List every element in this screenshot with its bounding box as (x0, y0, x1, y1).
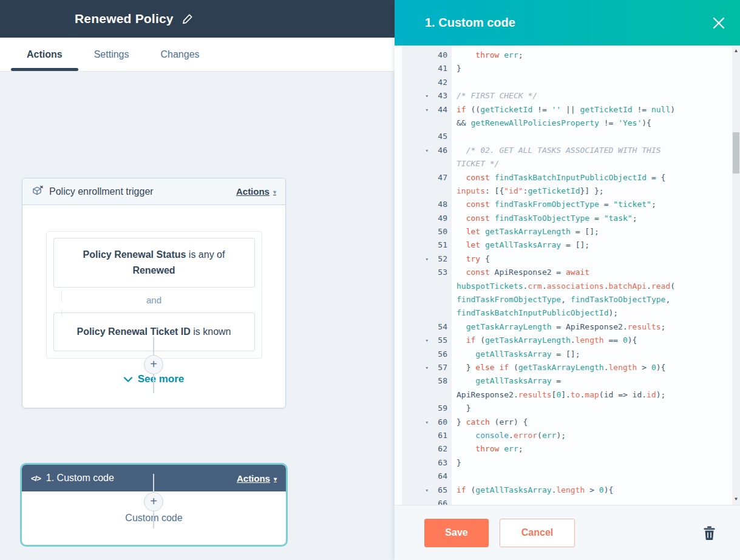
scroll-up-arrow[interactable]: ▲ (732, 47, 740, 55)
code-line[interactable]: 58 getAllTasksArray = (395, 374, 732, 388)
code-line[interactable]: 41} (395, 62, 732, 75)
code-text: } (452, 456, 732, 470)
line-number: 59 (429, 402, 452, 415)
code-line[interactable]: 49 const findTaskToObjectType = "task"; (395, 212, 732, 225)
fold-toggle-icon[interactable]: ▾ (395, 416, 429, 429)
code-text: } (452, 62, 732, 75)
code-line[interactable]: 66 (395, 497, 732, 505)
code-editor[interactable]: 40 throw err;41}42▾43/* FIRST CHECK */▾4… (395, 46, 732, 505)
code-line[interactable]: ▾55 if (getTaskArrayLength.length == 0){ (395, 334, 732, 347)
code-line[interactable]: 40 throw err; (395, 49, 732, 62)
code-text: /* FIRST CHECK */ (452, 89, 732, 103)
cancel-button[interactable]: Cancel (500, 519, 575, 547)
code-line[interactable]: 63} (395, 456, 732, 470)
code-text: findTaskBatchInputPublicObjectId); (452, 306, 732, 320)
code-icon: </> (31, 474, 41, 483)
fold-spacer (395, 348, 429, 361)
fold-spacer (395, 116, 429, 130)
code-line[interactable]: 54 getTaskArrayLength = ApiResponse2.res… (395, 320, 732, 334)
code-text: inputs: [{"id":getTicketId}] }; (452, 184, 732, 198)
code-line[interactable]: 59 } (395, 402, 732, 415)
line-number: 41 (429, 62, 452, 75)
trigger-card-title: Policy enrollment trigger (49, 186, 231, 197)
code-text: throw err; (452, 49, 732, 62)
line-number: 45 (429, 130, 452, 143)
code-line[interactable]: 62 throw err; (395, 442, 732, 456)
code-line[interactable]: 50 let getTaskArrayLength = []; (395, 225, 732, 238)
fold-spacer (395, 266, 429, 279)
code-line[interactable]: 51 let getAllTasksArray = []; (395, 238, 732, 252)
code-text: getAllTasksArray = (452, 374, 732, 388)
code-line[interactable]: 61 console.error(err); (395, 429, 732, 442)
code-text: } (452, 402, 732, 415)
code-text: getAllTasksArray = []; (452, 348, 732, 361)
tab-actions[interactable]: Actions (11, 38, 78, 71)
delete-trash-icon[interactable] (703, 526, 716, 540)
fold-toggle-icon[interactable]: ▾ (395, 484, 429, 497)
code-line[interactable]: && getRenewAllPoliciesProperty != 'Yes')… (395, 116, 732, 130)
code-line[interactable]: hubspotTickets.crm.associations.batchApi… (395, 280, 732, 293)
add-action-button[interactable]: + (144, 492, 163, 511)
code-text: && getRenewAllPoliciesProperty != 'Yes')… (452, 116, 732, 130)
fold-toggle-icon[interactable]: ▾ (395, 144, 429, 157)
code-line[interactable]: inputs: [{"id":getTicketId}] }; (395, 184, 732, 198)
fold-toggle-icon[interactable]: ▾ (395, 89, 429, 103)
workflow-title: Renewed Policy (75, 12, 174, 26)
fold-toggle-icon[interactable]: ▾ (395, 361, 429, 374)
tab-settings[interactable]: Settings (78, 38, 145, 71)
code-line[interactable]: ▾57 } else if (getTaskArrayLength.length… (395, 361, 732, 374)
fold-spacer (395, 62, 429, 75)
editor-scrollbar[interactable]: ▲ ▼ (732, 46, 740, 505)
code-line[interactable]: ▾44if ((getTicketId != '' || getTicketId… (395, 103, 732, 116)
app-header: Renewed Policy (0, 0, 395, 38)
fold-toggle-icon[interactable]: ▾ (395, 103, 429, 116)
code-line[interactable]: 48 const findTaskFromObjectType = "ticke… (395, 198, 732, 211)
code-line[interactable]: ▾43/* FIRST CHECK */ (395, 89, 732, 103)
scroll-down-arrow[interactable]: ▼ (732, 495, 740, 504)
code-line[interactable]: 47 const findTaskBatchInputPublicObjectI… (395, 171, 732, 184)
code-line[interactable]: 56 getAllTasksArray = []; (395, 348, 732, 361)
code-text: if ((getTicketId != '' || getTicketId !=… (452, 103, 732, 116)
code-line[interactable]: findTaskFromObjectType, findTaskToObject… (395, 293, 732, 306)
filter-policy-renewal-status[interactable]: Policy Renewal Status is any of Renewed (53, 238, 255, 288)
trigger-actions-menu[interactable]: Actions▾ (236, 186, 276, 197)
line-number: 64 (429, 470, 452, 483)
code-line[interactable]: ▾46 /* 02. GET ALL TASKS ASSOCIATED WITH… (395, 144, 732, 157)
code-line[interactable]: ApiResponse2.results[0].to.map(id => id.… (395, 388, 732, 402)
scrollbar-thumb[interactable] (733, 132, 739, 174)
code-text: } catch (err) { (452, 416, 732, 429)
code-line[interactable]: ▾60} catch (err) { (395, 416, 732, 429)
code-text: const findTaskFromObjectType = "ticket"; (452, 198, 732, 211)
fold-toggle-icon[interactable]: ▾ (395, 252, 429, 266)
line-number: 46 (429, 144, 452, 157)
close-icon[interactable] (712, 16, 725, 30)
fold-spacer (395, 388, 429, 402)
code-line[interactable]: 53 const ApiResponse2 = await (395, 266, 732, 279)
code-line[interactable]: ▾65if (getAllTasksArray.length > 0){ (395, 484, 732, 497)
code-line[interactable]: 42 (395, 76, 732, 89)
step-1-actions-menu[interactable]: Actions▾ (237, 473, 277, 484)
code-line[interactable]: 45 (395, 130, 732, 143)
code-text: try { (452, 252, 732, 266)
line-number: 51 (429, 238, 452, 252)
code-line[interactable]: 64 (395, 470, 732, 483)
tab-changes[interactable]: Changes (144, 38, 215, 71)
line-number: 58 (429, 374, 452, 388)
save-button[interactable]: Save (424, 519, 489, 547)
line-number: 49 (429, 212, 452, 225)
code-line[interactable]: ▾52 try { (395, 252, 732, 266)
fold-spacer (395, 456, 429, 470)
line-number: 62 (429, 442, 452, 456)
fold-spacer (395, 293, 429, 306)
edit-title-pencil-icon[interactable] (182, 14, 192, 24)
fold-spacer (395, 157, 429, 170)
filter-and-label: and (47, 295, 262, 305)
code-text (452, 76, 732, 89)
code-line[interactable]: findTaskBatchInputPublicObjectId); (395, 306, 732, 320)
line-number: 63 (429, 456, 452, 470)
code-line[interactable]: TICKET */ (395, 157, 732, 170)
fold-toggle-icon[interactable]: ▾ (395, 334, 429, 347)
fold-spacer (395, 198, 429, 211)
add-action-button[interactable]: + (144, 355, 163, 374)
filter-connector-line (61, 309, 62, 317)
